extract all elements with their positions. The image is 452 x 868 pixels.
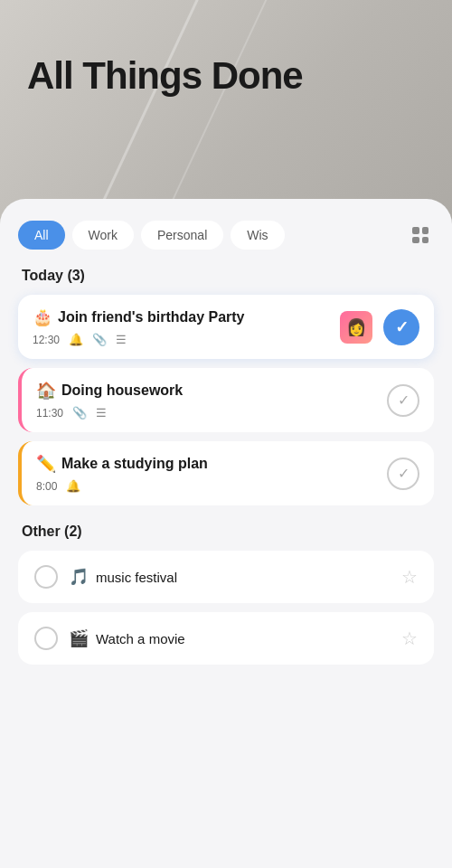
tab-all[interactable]: All [18,221,65,250]
today-section-header: Today (3) [18,268,434,284]
study-time: 8:00 [36,480,57,493]
housework-title-text: Doing housework [61,382,183,399]
task-movie-title: 🎬 Watch a movie [69,628,391,648]
task-study-meta: 8:00 🔔 [36,479,376,493]
other-section: Other (2) 🎵 music festival ☆ 🎬 Watch a m… [18,524,434,665]
tab-wish[interactable]: Wis [231,221,284,250]
attachment-icon-2: 📎 [72,406,87,420]
movie-title-text: Watch a movie [96,631,185,646]
birthday-emoji: 🎂 [33,307,52,327]
tab-work[interactable]: Work [72,221,134,250]
study-title-text: Make a studying plan [61,456,208,472]
movie-circle-check[interactable] [34,627,58,650]
list-icon: ☰ [116,333,127,346]
list-icon-2: ☰ [96,406,107,420]
music-emoji: 🎵 [69,567,89,587]
thumbnail-emoji: 👩 [346,317,366,337]
music-circle-check[interactable] [34,565,58,589]
housework-emoji: 🏠 [36,381,56,401]
task-birthday[interactable]: 🎂 Join friend's birthday Party 12:30 🔔 📎… [18,295,434,359]
study-check-button[interactable]: ✓ [387,458,419,490]
birthday-check-button[interactable]: ✓ [383,309,419,345]
grid-icon [412,227,428,243]
music-title-text: music festival [96,570,177,585]
housework-time: 11:30 [36,407,63,420]
study-emoji: ✏️ [36,454,56,474]
task-study-title: ✏️ Make a studying plan [36,454,376,474]
movie-star-button[interactable]: ☆ [401,627,418,649]
task-music[interactable]: 🎵 music festival ☆ [18,551,434,603]
checkmark-icon: ✓ [395,317,409,337]
task-housework-meta: 11:30 📎 ☰ [36,406,376,420]
task-housework[interactable]: 🏠 Doing housework 11:30 📎 ☰ ✓ [18,368,434,432]
task-study-left: ✏️ Make a studying plan 8:00 🔔 [36,454,376,493]
music-star-button[interactable]: ☆ [401,566,418,588]
movie-emoji: 🎬 [69,628,89,648]
task-movie[interactable]: 🎬 Watch a movie ☆ [18,612,434,665]
bell-icon: 🔔 [69,333,83,346]
attachment-icon: 📎 [92,333,107,346]
task-study[interactable]: ✏️ Make a studying plan 8:00 🔔 ✓ [18,441,434,505]
bell-icon-2: 🔔 [66,479,80,493]
birthday-title-text: Join friend's birthday Party [58,309,245,326]
task-music-title: 🎵 music festival [69,567,391,587]
checkmark-gray-icon-2: ✓ [398,465,410,482]
birthday-thumbnail: 👩 [340,311,372,344]
main-card: All Work Personal Wis Today (3) 🎂 Join f… [0,199,452,868]
tab-personal[interactable]: Personal [141,221,223,250]
task-housework-title: 🏠 Doing housework [36,381,376,401]
app-title: All Things Done [0,0,452,116]
housework-check-button[interactable]: ✓ [387,384,419,417]
task-housework-left: 🏠 Doing housework 11:30 📎 ☰ [36,381,376,420]
category-tabs: All Work Personal Wis [18,221,434,250]
birthday-time: 12:30 [33,334,60,346]
grid-view-button[interactable] [407,222,434,249]
other-section-header: Other (2) [18,524,434,540]
checkmark-gray-icon: ✓ [398,392,410,409]
task-birthday-left: 🎂 Join friend's birthday Party 12:30 🔔 📎… [33,307,333,346]
task-birthday-title: 🎂 Join friend's birthday Party [33,307,333,327]
task-birthday-meta: 12:30 🔔 📎 ☰ [33,333,333,346]
